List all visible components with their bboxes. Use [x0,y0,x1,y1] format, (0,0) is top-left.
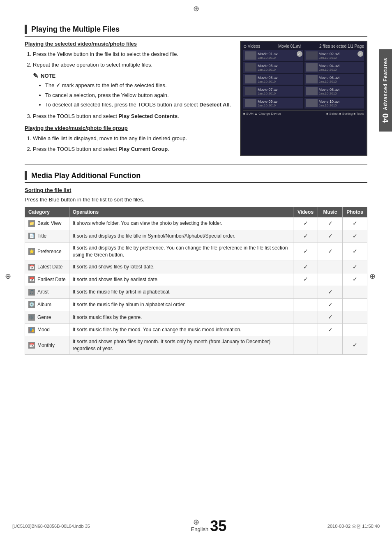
cell-date: Jan.10.2010 [319,68,363,72]
ui-mockup: ⊙ Videos Movie 01.avi 2 files selected 1… [240,41,367,156]
music-check [318,261,343,273]
section2-bar [25,171,27,180]
category-label: Basic View [37,220,61,227]
section1-text: Playing the selected video/music/photo f… [25,41,232,156]
subsection1-title: Playing the selected video/music/photo f… [25,41,232,47]
col-operations: Operations [69,207,293,217]
cell-info: Movie 07.avi Jan.10.2010 [258,88,302,95]
cat-icon: ⭐ [28,248,35,255]
subsection2-title: Playing the video/music/photo file group [25,125,232,131]
cell-date: Jan.10.2010 [258,68,302,72]
cat-icon: 📄 [28,233,35,239]
cell-thumb [306,75,318,83]
cell-info: Movie 04.avi Jan.10.2010 [319,64,363,72]
cell-name: Movie 01.avi [258,52,302,56]
section2-header: Media Play Additional Function [25,171,367,183]
ui-status: 2 files selected 1/1 Page [319,44,364,49]
cell-thumb [245,99,256,107]
cell-name: Movie 10.avi [319,99,363,104]
category-cell: 📄 Title [25,230,69,243]
cell-thumb [245,75,256,83]
table-row: 📁 Basic View It shows whole folder. You … [25,217,367,230]
sort-table: Category Operations Videos Music Photos … [25,207,367,355]
cell-name: Movie 08.avi [319,88,363,92]
cell-name: Movie 02.avi [319,52,363,56]
ui-file-cell: Movie 09.avi Jan.10.2010 [243,98,303,109]
table-row: 🎵 Artist It sorts the music file by arti… [25,286,367,298]
description-cell: It sorts and shows photo files by month.… [69,336,293,355]
cell-thumb [245,87,256,95]
videos-check [293,286,318,298]
ui-file-cell: Movie 04.avi Jan.10.2010 [304,62,364,73]
step-3: Press the TOOLS button and select Play S… [33,112,232,120]
ui-videos-label: ⊙ Videos [243,44,260,49]
photos-check: ✓ [343,217,367,230]
music-check: ✓ [318,298,343,311]
table-header: Category Operations Videos Music Photos [25,207,367,217]
ui-file-cell: Movie 10.avi Jan.10.2010 [304,98,364,109]
cell-date: Jan.10.2010 [258,80,302,83]
chapter-title: Advanced Features [383,58,388,110]
cell-info: Movie 02.avi Jan.10.2010 [319,52,363,60]
section1-title: Playing the Multiple Files [31,25,120,34]
cell-thumb [245,63,256,72]
videos-check [293,336,318,355]
subsection1-steps: Press the Yellow button in the file list… [25,50,232,69]
cat-icon: 📅 [28,276,35,283]
check-mark: ✓ [297,51,302,57]
photos-check: ✓ [343,230,367,243]
table-row: 💿 Album It sorts the music file by album… [25,298,367,311]
page-number: 35 [210,518,226,535]
cell-date: Jan.10.2010 [258,92,302,95]
cell-info: Movie 09.avi Jan.10.2010 [258,99,302,107]
photos-check [343,298,367,311]
table-row: ⭐ Preference It sorts and displays the f… [25,243,367,261]
music-check: ✓ [318,311,343,324]
page-footer: [UC5100]BN68-02856B-00L04.indb 35 Englis… [0,514,392,535]
category-cell: ⭐ Preference [25,243,69,261]
page-container: ⊕ ⊕ 04 Advanced Features Playing the Mul… [0,0,392,543]
category-label: Latest Date [37,263,62,270]
photos-check: ✓ [343,243,367,261]
cat-icon: 📅 [28,264,35,270]
cell-date: Jan.10.2010 [319,56,363,60]
category-cell: 📅 Earliest Date [25,273,69,286]
section1-bar [25,25,27,34]
ui-top-bar: ⊙ Videos Movie 01.avi 2 files selected 1… [243,44,364,49]
page-label: English [191,526,209,532]
note-box: NOTE The ✓ mark appears to the left of t… [33,72,232,109]
category-label: Mood [37,326,50,333]
cell-name: Movie 07.avi [258,88,302,92]
music-check: ✓ [318,286,343,298]
category-cell: 📅 Latest Date [25,261,69,273]
description-cell: It sorts music files by the genre. [69,311,293,324]
note-bullet-2: To cancel a selection, press the Yellow … [45,91,232,99]
footer-file-info: [UC5100]BN68-02856B-00L04.indb 35 [12,524,90,529]
description-cell: It sorts and shows files by latest date. [69,261,293,273]
ui-file-cell: Movie 06.avi Jan.10.2010 [304,74,364,85]
sub2-step-2: Press the TOOLS button and select Play C… [33,145,232,153]
cell-info: Movie 10.avi Jan.10.2010 [319,99,363,107]
step3-list: Press the TOOLS button and select Play S… [25,112,232,120]
description-cell: It sorts and shows files by earliest dat… [69,273,293,286]
description-cell: It sorts and displays the file by prefer… [69,243,293,261]
cell-date: Jan.10.2010 [319,92,363,95]
section2-title: Media Play Additional Function [31,171,141,180]
left-compass-icon: ⊕ [5,272,11,281]
category-label: Title [37,233,46,240]
ui-bottom-left: ■ SUM ▲ Change Device [243,112,281,116]
col-photos: Photos [343,207,367,217]
cell-thumb [306,87,318,95]
cat-icon: 📁 [28,220,35,227]
table-row: 🎼 Genre It sorts music files by the genr… [25,311,367,324]
videos-check [293,311,318,324]
col-music: Music [318,207,343,217]
cell-info: Movie 03.avi Jan.10.2010 [258,64,302,72]
table-row: 📅 Earliest Date It sorts and shows files… [25,273,367,286]
ui-filename: Movie 01.avi [278,44,301,49]
videos-check [293,298,318,311]
cell-name: Movie 03.avi [258,64,302,68]
note-bullets: The ✓ mark appears to the left of the se… [33,81,232,109]
cell-thumb [306,51,318,60]
category-label: Earliest Date [37,276,66,283]
